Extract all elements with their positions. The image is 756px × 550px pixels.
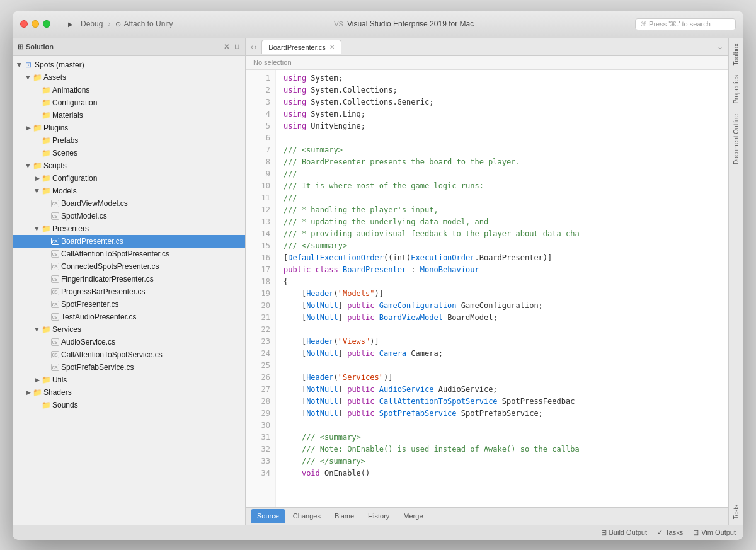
build-output-item[interactable]: ⊞ Build Output: [601, 529, 648, 537]
sidebar-item-assets[interactable]: ▶ 📁 Assets: [13, 71, 245, 84]
sidebar-close-icon[interactable]: ✕: [224, 43, 229, 51]
expand-arrow: ▶: [33, 111, 42, 120]
maximize-button[interactable]: [43, 20, 50, 28]
folder-icon: 📁: [42, 401, 50, 410]
sidebar-item-audioservice[interactable]: ▶ cs AudioService.cs: [13, 336, 245, 348]
sidebar-tree: ▶ ⊡ Spots (master) ▶ 📁 Assets ▶ 📁 Animat…: [13, 56, 245, 525]
tab-dropdown[interactable]: ⌄: [717, 42, 723, 51]
cs-file-icon: cs: [50, 237, 59, 246]
code-area: ‹ › BoardPresenter.cs ✕ ⌄ No selection 1…: [246, 38, 728, 525]
traffic-lights: [20, 20, 50, 28]
code-editor[interactable]: 12345 678910 1112131415 1617181920 21222…: [246, 70, 728, 507]
tab-changes[interactable]: Changes: [287, 509, 327, 523]
expand-arrow: ▶: [24, 388, 33, 397]
sidebar-header: ⊞ Solution ✕ ⊔: [13, 38, 245, 56]
tab-bar: ‹ › BoardPresenter.cs ✕ ⌄: [246, 38, 728, 56]
right-panel-properties[interactable]: Properties: [733, 72, 740, 106]
expand-arrow: ▶: [33, 86, 42, 95]
folder-icon: 📁: [42, 149, 50, 158]
tab-history[interactable]: History: [362, 509, 396, 523]
sidebar-item-boardpresenter[interactable]: ▶ cs BoardPresenter.cs: [13, 235, 245, 248]
expand-arrow: ▶: [33, 98, 42, 107]
right-panel-toolbox[interactable]: Toolbox: [733, 41, 740, 67]
code-content[interactable]: using System; using System.Collections; …: [276, 70, 728, 507]
build-output-icon: ⊞: [601, 529, 607, 537]
expand-arrow: ▶: [42, 199, 50, 208]
sidebar-item-progressbar[interactable]: ▶ cs ProgressBarPresenter.cs: [13, 285, 245, 298]
sidebar-item-shaders[interactable]: ▶ 📁 Shaders: [13, 386, 245, 399]
folder-icon: 📁: [33, 161, 42, 170]
sidebar-item-testaudio[interactable]: ▶ cs TestAudioPresenter.cs: [13, 311, 245, 323]
sidebar-item-spotpresenter[interactable]: ▶ cs SpotPresenter.cs: [13, 298, 245, 311]
sidebar-item-utils[interactable]: ▶ 📁 Utils: [13, 374, 245, 386]
expand-arrow: ▶: [42, 249, 50, 258]
cs-file-icon: cs: [50, 350, 59, 359]
expand-arrow: ▶: [42, 275, 50, 284]
folder-icon: 📁: [42, 111, 50, 120]
expand-arrow: ▶: [42, 338, 50, 347]
tab-merge[interactable]: Merge: [397, 509, 429, 523]
close-button[interactable]: [20, 20, 28, 28]
right-panel-document-outline[interactable]: Document Outline: [733, 112, 740, 167]
attach-target[interactable]: Attach to Unity: [123, 20, 173, 28]
sidebar-item-spotprefabservice[interactable]: ▶ cs SpotPrefabService.cs: [13, 361, 245, 374]
sidebar-item-callattention[interactable]: ▶ cs CallAttentionToSpotPresenter.cs: [13, 248, 245, 260]
sidebar-item-scenes[interactable]: ▶ 📁 Scenes: [13, 147, 245, 159]
expand-arrow: ▶: [33, 136, 42, 145]
tab-source[interactable]: Source: [251, 509, 285, 523]
play-button[interactable]: ▶: [66, 19, 76, 29]
sidebar-item-callattentionservice[interactable]: ▶ cs CallAttentionToSpotService.cs: [13, 348, 245, 361]
sidebar-item-configuration2[interactable]: ▶ 📁 Configuration: [13, 172, 245, 185]
sidebar-item-services[interactable]: ▶ 📁 Services: [13, 323, 245, 336]
sidebar-item-configuration[interactable]: ▶ 📁 Configuration: [13, 96, 245, 109]
sidebar-item-boardviewmodel[interactable]: ▶ cs BoardViewModel.cs: [13, 197, 245, 210]
tab-forward[interactable]: ›: [255, 43, 257, 50]
window-title: VS Visual Studio Enterprise 2019 for Mac: [178, 20, 630, 28]
sidebar-item-presenters[interactable]: ▶ 📁 Presenters: [13, 222, 245, 235]
sidebar-item-spots[interactable]: ▶ ⊡ Spots (master): [13, 59, 245, 71]
tab-blame[interactable]: Blame: [328, 509, 360, 523]
minimize-button[interactable]: [32, 20, 39, 28]
cs-file-icon: cs: [50, 212, 59, 221]
expand-arrow: ▶: [42, 287, 50, 296]
vim-output-item[interactable]: ⊡ Vim Output: [693, 529, 736, 537]
tab-label: BoardPresenter.cs: [268, 43, 326, 51]
titlebar-right: ⌘ Press '⌘.' to search: [635, 18, 736, 30]
sidebar-item-fingerindicator[interactable]: ▶ cs FingerIndicatorPresenter.cs: [13, 273, 245, 285]
expand-arrow: ▶: [42, 212, 50, 221]
expand-arrow: ▶: [42, 237, 50, 246]
sidebar-item-plugins[interactable]: ▶ 📁 Plugins: [13, 122, 245, 134]
folder-icon: 📁: [33, 73, 42, 82]
sidebar-item-materials[interactable]: ▶ 📁 Materials: [13, 109, 245, 122]
tab-boardpresenter[interactable]: BoardPresenter.cs ✕: [261, 40, 341, 54]
cs-file-icon: cs: [50, 262, 59, 271]
sidebar-item-animations[interactable]: ▶ 📁 Animations: [13, 84, 245, 96]
right-panel: Toolbox Properties Document Outline Test…: [728, 38, 743, 525]
folder-icon: 📁: [42, 98, 50, 107]
expand-arrow: ▶: [42, 350, 50, 359]
sidebar-item-sounds[interactable]: ▶ 📁 Sounds: [13, 399, 245, 411]
sidebar-item-connectedspots[interactable]: ▶ cs ConnectedSpotsPresenter.cs: [13, 260, 245, 273]
expand-arrow: ▶: [33, 401, 42, 410]
cs-file-icon: cs: [50, 287, 59, 296]
folder-icon: 📁: [42, 86, 50, 95]
expand-arrow: ▶: [24, 73, 33, 82]
sidebar-pin-icon[interactable]: ⊔: [234, 43, 240, 51]
sidebar-item-prefabs[interactable]: ▶ 📁 Prefabs: [13, 134, 245, 147]
tasks-item[interactable]: ✓ Tasks: [657, 529, 683, 537]
tab-back[interactable]: ‹: [251, 43, 253, 50]
sidebar-item-models[interactable]: ▶ 📁 Models: [13, 185, 245, 197]
debug-config[interactable]: Debug: [81, 20, 103, 28]
right-panel-tests[interactable]: Tests: [733, 502, 740, 522]
expand-arrow: ▶: [24, 161, 33, 170]
cs-file-icon: cs: [50, 363, 59, 372]
folder-icon: 📁: [33, 123, 42, 132]
cs-file-icon: cs: [50, 338, 59, 347]
search-bar[interactable]: ⌘ Press '⌘.' to search: [635, 18, 736, 30]
sidebar-item-scripts[interactable]: ▶ 📁 Scripts: [13, 159, 245, 172]
sidebar: ⊞ Solution ✕ ⊔ ▶ ⊡ Spots (master) ▶ 📁: [13, 38, 246, 525]
sidebar-item-spotmodel[interactable]: ▶ cs SpotModel.cs: [13, 210, 245, 222]
folder-icon: 📁: [42, 224, 50, 233]
tab-close-button[interactable]: ✕: [329, 43, 335, 50]
folder-icon: 📁: [42, 186, 50, 195]
